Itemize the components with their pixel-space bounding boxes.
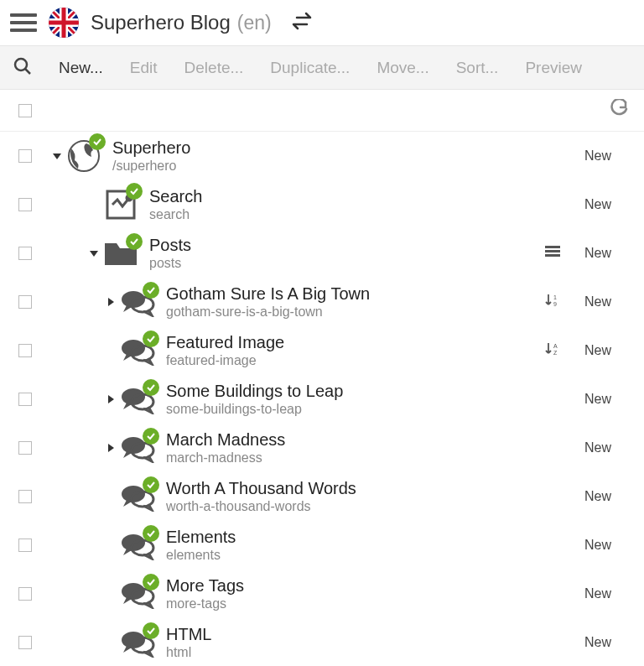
status-badge-icon	[126, 183, 143, 200]
list-mode-icon[interactable]	[540, 246, 565, 261]
row-slug: posts	[149, 255, 537, 271]
toolbar: New... Edit Delete... Duplicate... Move.…	[0, 45, 644, 90]
row-label: Superhero /superhero	[112, 138, 537, 174]
toolbar-sort[interactable]: Sort...	[456, 59, 499, 77]
row-status: New	[569, 294, 627, 310]
row-label: More Tagsmore-tags	[166, 575, 537, 611]
row-status: New	[569, 246, 627, 261]
toolbar-duplicate[interactable]: Duplicate...	[270, 59, 350, 77]
svg-rect-6	[545, 250, 560, 252]
row-name: More Tags	[166, 575, 537, 596]
svg-rect-5	[545, 246, 560, 248]
svg-text:A: A	[553, 343, 558, 349]
row-slug: march-madness	[166, 450, 537, 466]
row-checkbox[interactable]	[18, 344, 32, 357]
toolbar-delete[interactable]: Delete...	[184, 59, 244, 77]
row-name: Worth A Thousand Words	[166, 478, 537, 498]
row-label: March Madnessmarch-madness	[166, 429, 537, 466]
row-slug: featured-image	[166, 352, 537, 368]
comment-icon	[119, 481, 156, 512]
expand-toggle[interactable]	[53, 153, 61, 159]
svg-text:9: 9	[553, 301, 557, 307]
tree-row-posts[interactable]: Posts posts New	[0, 229, 644, 278]
row-status: New	[569, 440, 627, 455]
row-label: Worth A Thousand Wordsworth-a-thousand-w…	[166, 478, 537, 514]
status-badge-icon	[143, 525, 159, 542]
row-checkbox[interactable]	[18, 441, 32, 455]
expand-toggle[interactable]	[108, 298, 114, 306]
toolbar-move[interactable]: Move...	[377, 59, 428, 77]
status-badge-icon	[143, 476, 159, 493]
page-title: Superhero Blog (en)	[91, 11, 272, 34]
tree-row-post[interactable]: HTMLhtmlNew	[0, 618, 644, 666]
row-slug: gotham-sure-is-a-big-town	[166, 304, 537, 320]
tree-row-post[interactable]: Some Buildings to Leapsome-buildings-to-…	[0, 375, 644, 424]
row-label: Elementselements	[166, 527, 537, 563]
row-name: Posts	[149, 235, 537, 255]
row-slug: some-buildings-to-leap	[166, 401, 537, 417]
locale-flag-icon[interactable]	[49, 8, 79, 38]
page-title-text: Superhero Blog	[91, 11, 231, 34]
row-name: Featured Image	[166, 332, 537, 352]
app-header: Superhero Blog (en)	[0, 0, 644, 45]
status-badge-icon	[143, 574, 159, 591]
row-status: New	[569, 538, 627, 553]
tree-row-root[interactable]: Superhero /superhero New	[0, 132, 644, 180]
tree-row-search[interactable]: Search search New	[0, 180, 644, 229]
globe-icon	[65, 138, 102, 174]
toolbar-edit[interactable]: Edit	[130, 59, 158, 77]
toolbar-new[interactable]: New...	[59, 59, 103, 77]
tree-row-post[interactable]: March Madnessmarch-madnessNew	[0, 424, 644, 472]
row-status: New	[569, 635, 627, 650]
svg-text:1: 1	[553, 294, 557, 300]
row-name: Some Buildings to Leap	[166, 381, 537, 401]
folder-icon	[102, 238, 139, 268]
row-checkbox[interactable]	[18, 539, 32, 552]
tree-row-post[interactable]: ElementselementsNew	[0, 521, 644, 570]
expand-toggle[interactable]	[108, 395, 114, 403]
row-label: Gotham Sure Is A Big Towngotham-sure-is-…	[166, 284, 537, 320]
row-checkbox[interactable]	[18, 393, 32, 406]
row-slug: worth-a-thousand-words	[166, 498, 537, 514]
row-label: Posts posts	[149, 235, 537, 271]
row-checkbox[interactable]	[18, 587, 32, 601]
row-slug: search	[149, 206, 537, 222]
row-name: Elements	[166, 527, 537, 547]
row-status: New	[569, 343, 627, 358]
row-name: March Madness	[166, 429, 537, 450]
sort-indicator-icon[interactable]: AZ	[540, 341, 565, 360]
row-label: Featured Imagefeatured-image	[166, 332, 537, 368]
status-badge-icon	[89, 133, 106, 150]
status-badge-icon	[143, 282, 159, 299]
refresh-icon[interactable]	[609, 99, 629, 122]
sort-indicator-icon[interactable]: 19	[540, 293, 565, 311]
tree-row-post[interactable]: Featured Imagefeatured-imageAZNew	[0, 326, 644, 375]
search-page-icon	[102, 188, 139, 221]
row-status: New	[569, 197, 627, 212]
row-checkbox[interactable]	[18, 198, 32, 211]
tree-row-post[interactable]: More Tagsmore-tagsNew	[0, 570, 644, 618]
row-slug: /superhero	[112, 158, 537, 174]
expand-toggle[interactable]	[90, 251, 98, 257]
menu-button[interactable]	[10, 9, 37, 36]
select-all-checkbox[interactable]	[18, 104, 32, 117]
row-checkbox[interactable]	[18, 149, 32, 163]
tree-row-post[interactable]: Worth A Thousand Wordsworth-a-thousand-w…	[0, 472, 644, 521]
row-name: Superhero	[112, 138, 537, 158]
page-title-lang: (en)	[237, 12, 272, 34]
status-badge-icon	[143, 622, 159, 639]
svg-point-1	[15, 59, 27, 70]
row-checkbox[interactable]	[18, 295, 32, 309]
row-checkbox[interactable]	[18, 490, 32, 503]
toolbar-preview[interactable]: Preview	[525, 59, 582, 77]
row-label: Search search	[149, 186, 537, 222]
search-icon[interactable]	[13, 57, 32, 79]
row-checkbox[interactable]	[18, 247, 32, 260]
row-status: New	[569, 586, 627, 601]
row-slug: html	[166, 644, 537, 660]
row-checkbox[interactable]	[18, 636, 32, 649]
expand-toggle[interactable]	[108, 444, 114, 452]
tree-row-post[interactable]: Gotham Sure Is A Big Towngotham-sure-is-…	[0, 278, 644, 326]
status-badge-icon	[126, 233, 143, 250]
transfer-icon[interactable]	[290, 12, 314, 34]
